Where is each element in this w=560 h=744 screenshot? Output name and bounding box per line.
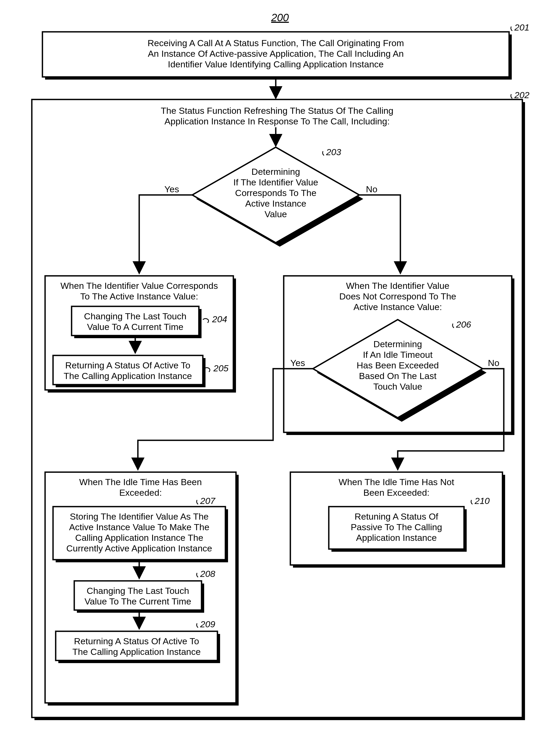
svg-text:Storing The Identifier Value A: Storing The Identifier Value As The xyxy=(70,511,209,521)
svg-text:If An Idle Timeout: If An Idle Timeout xyxy=(363,349,433,360)
svg-text:Based On The Last: Based On The Last xyxy=(359,371,437,381)
svg-text:Determining: Determining xyxy=(251,166,300,177)
svg-text:Application Instance In Respon: Application Instance In Response To The … xyxy=(164,116,390,126)
box-210: Retuning A Status Of Passive To The Call… xyxy=(329,507,467,552)
svg-text:Passive To The Calling: Passive To The Calling xyxy=(351,522,442,532)
ref-210: 210 xyxy=(474,496,490,506)
ref-205: 205 xyxy=(213,363,229,373)
svg-text:Does Not Correspond To The: Does Not Correspond To The xyxy=(339,291,456,301)
svg-text:Returning A Status Of Active T: Returning A Status Of Active To xyxy=(74,636,199,646)
svg-text:Calling Application Instance T: Calling Application Instance The xyxy=(75,532,203,543)
svg-text:Receiving A Call At A Status F: Receiving A Call At A Status Function, T… xyxy=(148,38,404,48)
svg-text:Currently Active Application I: Currently Active Application Instance xyxy=(66,543,212,553)
svg-text:Changing The Last Touch: Changing The Last Touch xyxy=(87,586,189,596)
svg-text:Exceeded:: Exceeded: xyxy=(119,487,162,497)
svg-text:Active Instance Value:: Active Instance Value: xyxy=(354,302,442,312)
ref-201: 201 xyxy=(514,22,529,32)
flowchart-svg: 200 Receiving A Call At A Status Functio… xyxy=(0,0,560,744)
svg-text:If The Identifier Value: If The Identifier Value xyxy=(233,177,318,187)
ref-202: 202 xyxy=(514,90,529,100)
svg-text:An Instance Of Active-passive : An Instance Of Active-passive Applicatio… xyxy=(148,48,404,59)
svg-text:Value: Value xyxy=(265,209,287,219)
ref-209: 209 xyxy=(200,619,215,629)
branch-yes-203: Yes xyxy=(164,184,179,194)
svg-text:Identifier Value Identifying C: Identifier Value Identifying Calling App… xyxy=(168,59,384,69)
box-208: Changing The Last Touch Value To The Cur… xyxy=(74,581,204,613)
ref-208: 208 xyxy=(200,569,215,579)
svg-text:When The Idle Time Has Been: When The Idle Time Has Been xyxy=(79,477,202,487)
ref-207: 207 xyxy=(200,496,215,506)
branch-yes-206: Yes xyxy=(290,358,305,368)
svg-text:Application Instance: Application Instance xyxy=(356,532,437,543)
svg-text:Value To The Current Time: Value To The Current Time xyxy=(85,596,192,606)
svg-text:Returning A Status Of Active T: Returning A Status Of Active To xyxy=(65,360,190,370)
svg-text:When The Identifier Value Corr: When The Identifier Value Corresponds xyxy=(61,281,218,291)
box-201: Receiving A Call At A Status Function, T… xyxy=(42,32,512,80)
svg-text:The Status Function Refreshing: The Status Function Refreshing The Statu… xyxy=(161,106,394,116)
svg-text:Changing The Last Touch: Changing The Last Touch xyxy=(84,311,187,321)
svg-text:Active Instance: Active Instance xyxy=(245,198,307,209)
box-207: Storing The Identifier Value As The Acti… xyxy=(53,507,228,562)
box-204: Changing The Last Touch Value To A Curre… xyxy=(72,306,202,338)
svg-text:The Calling Application Instan: The Calling Application Instance xyxy=(64,371,192,381)
box-209: Returning A Status Of Active To The Call… xyxy=(56,631,220,663)
svg-text:Has Been Exceeded: Has Been Exceeded xyxy=(357,360,439,370)
svg-text:When The Idle Time Has Not: When The Idle Time Has Not xyxy=(338,477,454,487)
svg-text:When The Identifier Value: When The Identifier Value xyxy=(346,281,449,291)
ref-204: 204 xyxy=(212,314,227,324)
svg-text:Determining: Determining xyxy=(373,339,422,349)
branch-no-206: No xyxy=(488,358,499,368)
svg-text:Retuning A Status Of: Retuning A Status Of xyxy=(355,511,438,521)
svg-text:Been Exceeded:: Been Exceeded: xyxy=(363,487,430,497)
svg-text:Value To A Current Time: Value To A Current Time xyxy=(87,322,184,332)
svg-text:The Calling Application Instan: The Calling Application Instance xyxy=(72,647,201,657)
svg-text:Corresponds To The: Corresponds To The xyxy=(235,188,317,198)
svg-text:To The Active Instance Value:: To The Active Instance Value: xyxy=(80,291,198,301)
svg-text:Active Instance Value To Make : Active Instance Value To Make The xyxy=(69,522,209,532)
svg-text:Touch Value: Touch Value xyxy=(373,381,423,392)
ref-203: 203 xyxy=(326,147,341,157)
figure-title: 200 xyxy=(271,12,289,23)
box-205: Returning A Status Of Active To The Call… xyxy=(53,356,205,387)
ref-206: 206 xyxy=(456,319,471,329)
branch-no-203: No xyxy=(366,184,377,194)
